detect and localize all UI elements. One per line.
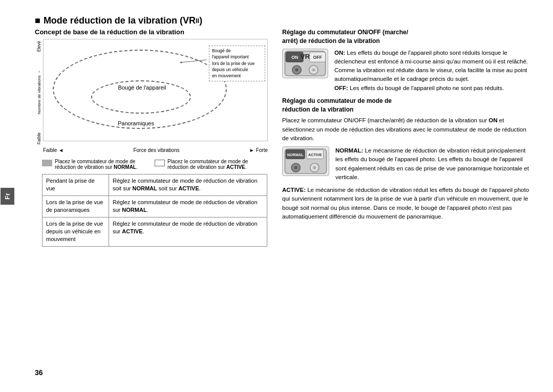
diagram-label-appareil: Bougé de l'appareil: [97, 84, 187, 91]
table-row: Lors de la prise de vue de panoramiques …: [42, 195, 267, 217]
page-number: 36: [35, 363, 268, 377]
normal-active-illustration: NORMAL ACTIVE: [282, 146, 329, 176]
page-title: ■ Mode réduction de la vibration (VRII): [35, 15, 533, 26]
section1-header: Réglage du commutateur ON/OFF (marche/ar…: [282, 28, 533, 46]
right-column: Réglage du commutateur ON/OFF (marche/ar…: [282, 28, 533, 377]
legend-row: Placez le commutateur de mode de réducti…: [42, 159, 268, 170]
svg-point-18: [294, 166, 297, 169]
svg-point-20: [313, 166, 316, 169]
legend-normal: Placez le commutateur de mode de réducti…: [42, 159, 150, 170]
svg-point-9: [295, 68, 299, 71]
table-row: Lors de la prise de vue depuis un véhicu…: [42, 217, 267, 246]
info-table: Pendant la prise de vue Réglez le commut…: [42, 174, 267, 247]
x-axis: Faible ◄ Force des vibrations ► Forte: [43, 147, 268, 153]
diagram-box: Bougé de l'appareil Panoramiques Bougé d…: [43, 39, 268, 141]
vr-switch-illustration: ON VR OFF: [282, 49, 328, 78]
svg-text:NORMAL: NORMAL: [287, 153, 304, 157]
bullet-icon: ■: [35, 15, 40, 26]
normal-text: NORMAL: Le mécanisme de réduction de vib…: [335, 146, 533, 182]
table-row: Pendant la prise de vue Réglez le commut…: [42, 175, 267, 196]
fr-tab: Fr: [1, 188, 14, 205]
svg-line-0: [181, 60, 206, 62]
y-axis-label: Élevé Nombre de vibrations → Faible: [35, 39, 43, 146]
left-subtitle: Concept de base de la réduction de la vi…: [35, 28, 268, 36]
section1-text: ON: Les effets du bougé de l'appareil ph…: [334, 49, 533, 93]
svg-point-11: [312, 68, 315, 71]
active-text: ACTIVE: Le mécanisme de réduction de vib…: [282, 186, 533, 221]
svg-text:OFF: OFF: [313, 55, 322, 60]
diagram-label-panoramiques: Panoramiques: [118, 120, 154, 126]
svg-text:VR: VR: [301, 53, 310, 60]
svg-text:ON: ON: [291, 55, 298, 60]
section2-header: Réglage du commutateur de mode deréducti…: [282, 97, 533, 114]
legend-active: Placez le commutateur de mode de réducti…: [155, 159, 268, 170]
section2-intro-text: Placez le commutateur ON/OFF (marche/arr…: [282, 116, 533, 143]
svg-text:ACTIVE: ACTIVE: [308, 153, 322, 157]
normal-active-section: NORMAL ACTIVE NORMAL: Le mécanisme de ré…: [282, 146, 533, 182]
callout-box: Bougé del'appareil importantlors de la p…: [209, 46, 265, 81]
callout-arrow: [178, 55, 209, 70]
vr-switch-section: ON VR OFF ON: Les effets du bougé de l: [282, 49, 533, 93]
